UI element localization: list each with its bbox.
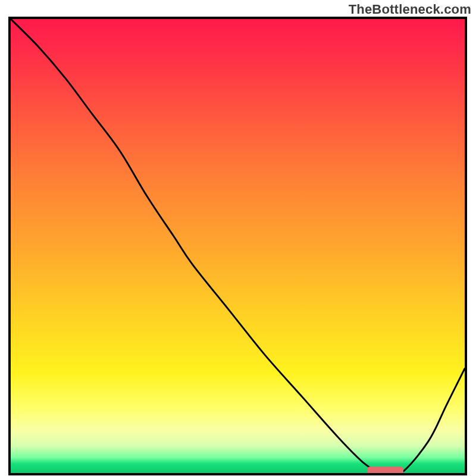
trough-marker <box>367 466 403 473</box>
chart-container: TheBottleneck.com <box>0 0 476 476</box>
plot-area <box>8 17 467 475</box>
bottleneck-curve <box>11 19 465 473</box>
attribution-label: TheBottleneck.com <box>349 2 471 17</box>
chart-overlay-svg <box>11 19 465 473</box>
